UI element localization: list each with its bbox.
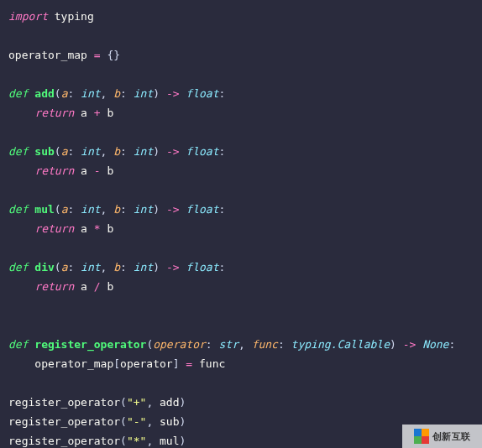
fn-sub: sub xyxy=(34,145,54,158)
watermark-badge: 创新互联 xyxy=(402,425,482,448)
fn-add: add xyxy=(34,87,54,100)
fn-div: div xyxy=(34,261,54,273)
module-name: typing xyxy=(55,10,94,23)
watermark-text: 创新互联 xyxy=(432,427,471,446)
fn-mul: mul xyxy=(34,203,54,216)
var-name: operator_map xyxy=(8,49,87,61)
watermark-logo-icon xyxy=(414,429,429,444)
import-keyword: import xyxy=(8,10,48,23)
code-block: import typing operator_map = {} def add(… xyxy=(0,0,482,448)
fn-register-operator: register_operator xyxy=(34,338,146,351)
def-keyword: def xyxy=(8,87,28,100)
